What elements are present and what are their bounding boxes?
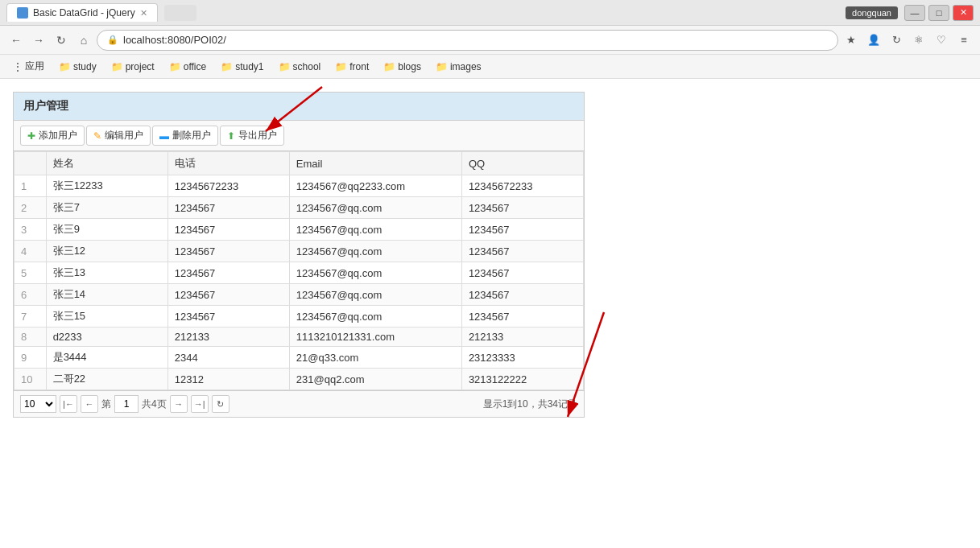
new-tab-area[interactable]	[164, 5, 196, 21]
table-row[interactable]: 1 张三12233 12345672233 1234567@qq2233.com…	[14, 175, 584, 197]
first-page-button[interactable]: |←	[60, 395, 77, 413]
cell-email: 21@q33.com	[289, 347, 461, 369]
table-row[interactable]: 8 d2233 212133 1113210121331.com 212133	[14, 328, 584, 347]
prev-page-button[interactable]: ←	[81, 395, 98, 413]
datagrid-toolbar: ✚ 添加用户 ✎ 编辑用户 ▬ 删除用户 ⬆ 导出用户	[14, 121, 584, 151]
edit-user-button[interactable]: ✎ 编辑用户	[86, 126, 151, 146]
bookmark-blogs[interactable]: 📁 blogs	[377, 60, 428, 74]
navigation-bar: ← → ↻ ⌂ 🔒 localhost:8080/POI02/ ★ 👤 ↻ ⚛ …	[0, 26, 980, 55]
table-row[interactable]: 5 张三13 1234567 1234567@qq.com 1234567	[14, 262, 584, 284]
row-num: 2	[14, 197, 47, 219]
data-table: 姓名 电话 Email QQ 1 张三12233 12345672233 123…	[14, 151, 584, 390]
cell-phone: 1234567	[167, 197, 289, 219]
cell-qq: 12345672233	[461, 175, 583, 197]
cell-qq: 1234567	[461, 306, 583, 328]
bookmark-study1[interactable]: 📁 study1	[214, 60, 270, 74]
col-header-phone: 电话	[167, 152, 289, 175]
table-row[interactable]: 4 张三12 1234567 1234567@qq.com 1234567	[14, 241, 584, 262]
bookmark-images[interactable]: 📁 images	[429, 60, 488, 74]
delete-user-label: 删除用户	[172, 129, 211, 142]
back-button[interactable]: ←	[6, 31, 26, 50]
table-row[interactable]: 2 张三7 1234567 1234567@qq.com 1234567	[14, 197, 584, 219]
current-page-input[interactable]	[114, 395, 139, 413]
extensions-button[interactable]: ⚛	[909, 31, 928, 50]
cell-phone: 1234567	[167, 219, 289, 241]
cell-email: 1234567@qq.com	[289, 306, 461, 328]
bookmark-study[interactable]: 📁 study	[52, 60, 103, 74]
minimize-button[interactable]: —	[904, 5, 925, 21]
export-user-button[interactable]: ⬆ 导出用户	[220, 126, 284, 146]
home-button[interactable]: ⌂	[74, 31, 93, 50]
sync-button[interactable]: ↻	[887, 31, 906, 50]
refresh-button[interactable]: ↻	[212, 395, 229, 413]
table-row[interactable]: 3 张三9 1234567 1234567@qq.com 1234567	[14, 219, 584, 241]
add-user-button[interactable]: ✚ 添加用户	[20, 126, 85, 146]
maximize-button[interactable]: □	[928, 5, 949, 21]
cell-qq: 1234567	[461, 241, 583, 262]
title-bar-left: Basic DataGrid - jQuery ✕	[6, 3, 196, 22]
apps-icon: ⋮	[13, 61, 23, 72]
table-row[interactable]: 7 张三15 1234567 1234567@qq.com 1234567	[14, 306, 584, 328]
star-button[interactable]: ★	[841, 31, 861, 50]
cell-phone: 1234567	[167, 262, 289, 284]
user-badge: dongquan	[846, 6, 898, 19]
bookmark-front[interactable]: 📁 front	[329, 60, 375, 74]
bookmark-project[interactable]: 📁 project	[105, 60, 161, 74]
tab-close-button[interactable]: ✕	[140, 8, 147, 19]
profile-button[interactable]: 👤	[864, 31, 883, 50]
cell-name: 张三12	[46, 241, 167, 262]
row-num: 6	[14, 284, 47, 306]
folder-icon: 📁	[279, 61, 291, 72]
table-row[interactable]: 10 二哥22 12312 231@qq2.com 3213122222	[14, 369, 584, 390]
settings-button[interactable]: ≡	[954, 31, 974, 50]
page-status: 显示1到10，共34记录	[483, 398, 577, 411]
folder-icon: 📁	[436, 61, 448, 72]
browser-tab[interactable]: Basic DataGrid - jQuery ✕	[6, 3, 158, 22]
delete-user-button[interactable]: ▬ 删除用户	[152, 126, 218, 146]
cell-phone: 1234567	[167, 306, 289, 328]
cell-name: 张三14	[46, 284, 167, 306]
cell-email: 1234567@qq.com	[289, 262, 461, 284]
cell-name: 张三15	[46, 306, 167, 328]
cell-qq: 1234567	[461, 197, 583, 219]
cell-name: 张三13	[46, 262, 167, 284]
bookmark-office[interactable]: 📁 office	[163, 60, 213, 74]
page-size-select[interactable]: 10 20 50	[20, 395, 56, 413]
row-num: 10	[14, 369, 47, 390]
cell-email: 1234567@qq.com	[289, 219, 461, 241]
cell-name: 张三9	[46, 219, 167, 241]
last-page-button[interactable]: →|	[191, 395, 209, 413]
bookmarks-bar: ⋮ 应用 📁 study 📁 project 📁 office 📁 study1…	[0, 55, 980, 79]
close-button[interactable]: ✕	[953, 5, 974, 21]
cell-email: 231@qq2.com	[289, 369, 461, 390]
edit-icon: ✎	[93, 130, 101, 142]
cell-phone: 1234567	[167, 241, 289, 262]
reload-button[interactable]: ↻	[52, 31, 71, 50]
next-page-button[interactable]: →	[170, 395, 188, 413]
url-text: localhost:8080/POI02/	[123, 34, 226, 46]
browser-window: Basic DataGrid - jQuery ✕ dongquan — □ ✕…	[0, 0, 980, 548]
bookmark-apps-label: 应用	[25, 60, 44, 73]
address-bar[interactable]: 🔒 localhost:8080/POI02/	[97, 30, 838, 51]
cell-qq: 1234567	[461, 262, 583, 284]
page-prefix: 第	[101, 398, 111, 411]
favorites-button[interactable]: ♡	[932, 31, 951, 50]
cell-email: 1234567@qq.com	[289, 284, 461, 306]
cell-email: 1234567@qq2233.com	[289, 175, 461, 197]
bookmark-study1-label: study1	[235, 61, 263, 72]
folder-icon: 📁	[111, 61, 123, 72]
pagination: 10 20 50 |← ← 第 共4页 → →| ↻ 显示1到10，共34记录	[14, 390, 584, 417]
cell-qq: 212133	[461, 328, 583, 347]
cell-name: d2233	[46, 328, 167, 347]
add-icon: ✚	[27, 130, 35, 142]
tab-title: Basic DataGrid - jQuery	[33, 7, 135, 19]
table-row[interactable]: 9 是3444 2344 21@q33.com 23123333	[14, 347, 584, 369]
col-header-qq: QQ	[461, 152, 583, 175]
col-header-name: 姓名	[46, 152, 167, 175]
cell-name: 张三12233	[46, 175, 167, 197]
table-row[interactable]: 6 张三14 1234567 1234567@qq.com 1234567	[14, 284, 584, 306]
title-bar: Basic DataGrid - jQuery ✕ dongquan — □ ✕	[0, 0, 980, 26]
forward-button[interactable]: →	[29, 31, 48, 50]
bookmark-apps[interactable]: ⋮ 应用	[6, 58, 51, 75]
bookmark-school[interactable]: 📁 school	[272, 60, 328, 74]
